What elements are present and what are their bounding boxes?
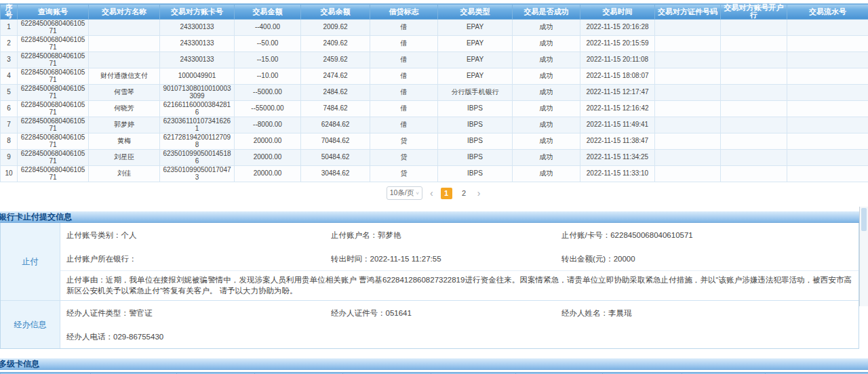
table-cell: 70484.62 <box>301 133 370 150</box>
field-handler-name: 经办人姓名：李晨琨 <box>561 308 859 318</box>
table-cell: 分行版手机银行 <box>438 85 513 101</box>
vertical-scrollbar[interactable] <box>859 207 868 306</box>
table-cell: 成功 <box>513 20 580 36</box>
chevron-left-icon[interactable]: ‹ <box>429 188 435 198</box>
table-cell: 6235010990500145186 <box>160 150 235 166</box>
table-cell: 6228450068040610571 <box>18 117 89 133</box>
table-cell: 成功 <box>513 68 580 85</box>
table-cell: --55000.00 <box>235 101 301 117</box>
table-cell: 3 <box>1 52 18 68</box>
page-button-2[interactable]: 2 <box>458 188 470 199</box>
table-cell: 6217281942001127098 <box>160 133 235 150</box>
table-row: 46228450068040610571财付通微信支付1000049901--1… <box>1 68 868 85</box>
table-cell: 2022-11-15 11:33:10 <box>580 166 655 182</box>
field-handler-id-type: 经办人证件类型：警官证 <box>66 308 331 318</box>
column-header: 交易类型 <box>438 4 513 20</box>
table-cell: IBPS <box>438 101 513 117</box>
table-cell <box>655 133 721 150</box>
table-cell <box>787 85 868 101</box>
table-cell: 8 <box>1 133 18 150</box>
table-cell <box>721 68 787 85</box>
table-cell: 成功 <box>513 133 580 150</box>
table-cell: 刘星臣 <box>89 150 160 166</box>
table-cell <box>787 52 868 68</box>
table-cell <box>787 68 868 85</box>
table-cell: IBPS <box>438 150 513 166</box>
table-cell: 6216611600003842816 <box>160 101 235 117</box>
table-cell: 何晓芳 <box>89 101 160 117</box>
table-cell: --10.00 <box>235 68 301 85</box>
stop-panel: 止付 止付账号类别：个人 止付账户名：郭梦艳 止付账/卡号：6228450068… <box>0 223 859 349</box>
table-cell: IBPS <box>438 166 513 182</box>
field-handler-phone: 经办人电话：029-86755430 <box>66 332 331 342</box>
table-cell: 何雪琴 <box>89 85 160 101</box>
table-cell: 2022-11-15 11:38:47 <box>580 133 655 150</box>
table-cell: 243300133 <box>160 36 235 52</box>
table-cell: 6230361101073416261 <box>160 117 235 133</box>
handler-section-label: 经办信息 <box>1 301 60 348</box>
table-cell: 2022-11-15 20:15:59 <box>580 36 655 52</box>
table-cell <box>655 85 721 101</box>
handler-fields: 经办人证件类型：警官证 经办人证件号：051641 经办人姓名：李晨琨 经办人电… <box>60 301 859 348</box>
table-cell: 20000.00 <box>235 166 301 182</box>
table-cell <box>655 117 721 133</box>
table-cell: 4 <box>1 68 18 85</box>
table-cell <box>89 36 160 52</box>
table-row: 66228450068040610571何晓芳62166116000038428… <box>1 101 868 117</box>
page-size-select[interactable]: 10条/页 ˅ <box>387 186 422 200</box>
table-cell: 6228450068040610571 <box>18 68 89 85</box>
table-cell: 成功 <box>513 85 580 101</box>
column-header: 交易流水号 <box>787 4 868 20</box>
table-cell <box>655 150 721 166</box>
column-header: 交易金额 <box>235 4 301 20</box>
table-row: 86228450068040610571黄梅621728194200112709… <box>1 133 868 150</box>
table-row: 56228450068040610571何雪琴90107130801001000… <box>1 85 868 101</box>
table-cell: 30484.62 <box>301 166 370 182</box>
table-cell: 成功 <box>513 150 580 166</box>
table-cell: 2022-11-15 11:49:41 <box>580 117 655 133</box>
table-cell: 62484.62 <box>301 117 370 133</box>
table-cell: 成功 <box>513 117 580 133</box>
table-cell: 1 <box>1 20 18 36</box>
page-button-1[interactable]: 1 <box>441 188 452 199</box>
table-cell: 财付通微信支付 <box>89 68 160 85</box>
table-cell: 6228450068040610571 <box>18 101 89 117</box>
table-cell <box>721 117 787 133</box>
table-cell <box>721 85 787 101</box>
table-cell <box>787 133 868 150</box>
table-cell: 1000049901 <box>160 68 235 85</box>
table-cell <box>787 36 868 52</box>
table-cell <box>721 52 787 68</box>
table-cell <box>787 117 868 133</box>
table-cell: 9010713080100100033099 <box>160 85 235 101</box>
table-cell: 5 <box>1 85 18 101</box>
table-cell: 黄梅 <box>89 133 160 150</box>
column-header: 借贷标志 <box>370 4 438 20</box>
column-header: 交易余额 <box>301 4 370 20</box>
table-cell: 郭梦婷 <box>89 117 160 133</box>
table-cell <box>787 150 868 166</box>
table-cell: --50.00 <box>235 36 301 52</box>
table-cell: 243300133 <box>160 20 235 36</box>
table-cell: 2484.62 <box>301 85 370 101</box>
table-cell: 成功 <box>513 52 580 68</box>
table-cell: 6228450068040610571 <box>18 133 89 150</box>
table-cell: 7 <box>1 117 18 133</box>
table-cell: 借 <box>370 52 438 68</box>
field-account-name: 止付账户名：郭梦艳 <box>331 230 561 241</box>
table-cell: 贷 <box>370 150 438 166</box>
chevron-right-icon[interactable]: › <box>476 188 482 198</box>
scrollbar-thumb[interactable] <box>861 208 867 231</box>
table-cell: 刘佳 <box>89 166 160 182</box>
table-cell <box>721 166 787 182</box>
table-cell: 借 <box>370 117 438 133</box>
table-cell: 借 <box>370 36 438 52</box>
table-cell: 2022-11-15 11:34:25 <box>580 150 655 166</box>
table-cell: 50484.62 <box>301 150 370 166</box>
table-cell: EPAY <box>438 68 513 85</box>
table-cell: 7484.62 <box>301 101 370 117</box>
column-header: 序号 <box>1 4 18 20</box>
table-cell: 6228450068040610571 <box>18 150 89 166</box>
table-cell: 6235010990500170473 <box>160 166 235 182</box>
table-cell <box>89 52 160 68</box>
